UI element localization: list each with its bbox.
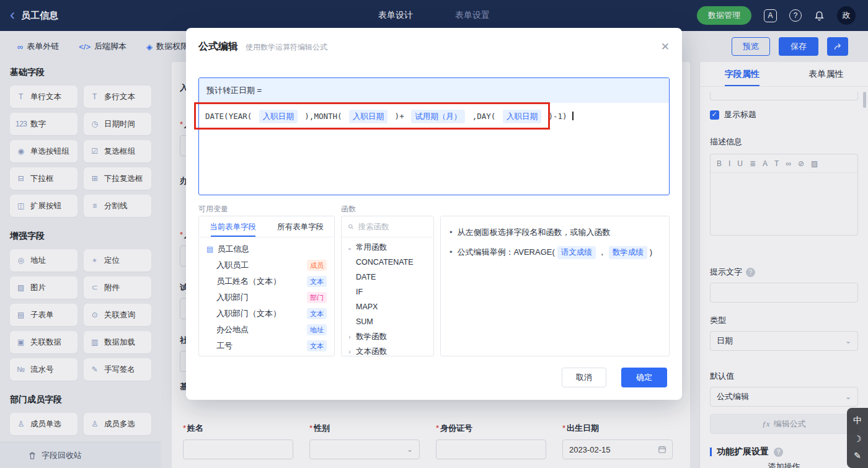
variable-item[interactable]: 入职部门（文本） 文本 xyxy=(199,306,334,322)
variable-item[interactable]: 入职部门 部门 xyxy=(199,289,334,306)
formula-token[interactable]: ),MONTH( xyxy=(304,112,342,121)
formula-token[interactable]: 试用期（月） xyxy=(411,110,465,123)
example-comma: ， xyxy=(598,247,606,257)
function-group: › 文本函数 xyxy=(342,344,433,356)
text-cursor xyxy=(572,112,574,120)
functions-panel: ⌄ 常用函数 CONCATENATE DATE IF MAPX xyxy=(341,216,434,356)
bullet-icon: • xyxy=(450,245,453,258)
close-icon[interactable]: ✕ xyxy=(661,40,670,53)
formula-token[interactable]: DATE(YEAR( xyxy=(205,112,252,121)
search-input[interactable] xyxy=(358,223,427,231)
function-search-row xyxy=(342,216,433,237)
modal-subtitle: 使用数学运算符编辑公式 xyxy=(246,42,327,53)
formula-token[interactable]: 入职日期 xyxy=(349,110,388,123)
function-item[interactable]: DATE xyxy=(342,270,433,285)
modal-footer: 取消 确定 xyxy=(562,368,667,387)
variables-panel: 当前表单字段 所有表单字段 ▤ 员工信息 入职员工 成员 员工姓名（文本） xyxy=(198,216,335,356)
function-item[interactable]: CONCATENATE xyxy=(342,255,433,270)
formula-target: 预计转正日期 = xyxy=(199,78,669,103)
formula-editor: 预计转正日期 = DATE(YEAR( 入职日期 ),MONTH( 入职日期 )… xyxy=(198,77,670,195)
formula-tokens: DATE(YEAR( 入职日期 ),MONTH( 入职日期 )+ 试用期（月） … xyxy=(205,112,572,121)
cancel-button[interactable]: 取消 xyxy=(562,368,606,387)
function-group: › 数学函数 xyxy=(342,329,433,344)
variable-item[interactable]: 入职员工 成员 xyxy=(199,257,334,273)
example-field-pill: 数学成绩 xyxy=(609,246,647,259)
help-line-1: • 从左侧面板选择字段名和函数，或输入函数 xyxy=(450,226,660,239)
document-icon: ▤ xyxy=(206,245,213,254)
variable-type-tag: 文本 xyxy=(307,340,327,351)
variable-type-tag: 部门 xyxy=(307,292,327,303)
variables-list: ▤ 员工信息 入职员工 成员 员工姓名（文本） 文本 入职 xyxy=(199,237,334,356)
modal-header: 公式编辑 使用数学运算符编辑公式 ✕ xyxy=(186,28,682,64)
variable-type-tag: 文本 xyxy=(307,308,327,319)
formula-token[interactable]: )+ xyxy=(395,112,404,121)
bullet-icon: • xyxy=(450,226,453,239)
variables-tab[interactable]: 所有表单字段 xyxy=(267,216,334,237)
variable-name: 入职部门 xyxy=(216,292,249,303)
function-group-header[interactable]: ⌄ 常用函数 xyxy=(342,240,433,255)
handwriting-pen-icon[interactable]: ✎ xyxy=(854,451,861,461)
variable-type-tag: 文本 xyxy=(307,276,327,287)
variable-name: 工号 xyxy=(216,340,232,351)
function-group: ⌄ 常用函数 CONCATENATE DATE IF MAPX xyxy=(342,240,433,329)
function-group-name: 文本函数 xyxy=(356,347,387,357)
ime-language-icon[interactable]: 中 xyxy=(853,415,862,426)
help-text-2: 公式编辑举例：AVERAGE(语文成绩，数学成绩) xyxy=(458,245,653,259)
help-text-1: 从左侧面板选择字段名和函数，或输入函数 xyxy=(458,226,611,239)
form-root-label: 员工信息 xyxy=(217,244,249,255)
variable-name: 入职员工 xyxy=(216,260,249,271)
confirm-button[interactable]: 确定 xyxy=(621,368,667,387)
formula-token[interactable]: 入职日期 xyxy=(259,110,298,123)
chevron-icon: › xyxy=(347,333,353,340)
function-group-header[interactable]: › 数学函数 xyxy=(342,329,433,344)
function-item[interactable]: IF xyxy=(342,285,433,299)
form-root-node[interactable]: ▤ 员工信息 xyxy=(199,241,334,257)
variable-name: 办公地点 xyxy=(216,324,249,335)
function-item[interactable]: SUM xyxy=(342,314,433,329)
function-items: CONCATENATE DATE IF MAPX SUM xyxy=(342,255,433,329)
chevron-icon: › xyxy=(347,348,353,355)
help-line-2: • 公式编辑举例：AVERAGE(语文成绩，数学成绩) xyxy=(450,245,660,259)
function-groups: ⌄ 常用函数 CONCATENATE DATE IF MAPX xyxy=(342,237,433,356)
formula-input-area[interactable]: DATE(YEAR( 入职日期 ),MONTH( 入职日期 )+ 试用期（月） … xyxy=(199,103,669,130)
variable-item[interactable]: 员工姓名（文本） 文本 xyxy=(199,273,334,289)
function-group-name: 数学函数 xyxy=(356,332,387,342)
formula-help-panel: • 从左侧面板选择字段名和函数，或输入函数 • 公式编辑举例：AVERAGE(语… xyxy=(440,216,670,356)
variable-type-tag: 成员 xyxy=(307,260,327,271)
modal-title: 公式编辑 xyxy=(198,40,238,53)
formula-edit-modal: 公式编辑 使用数学运算符编辑公式 ✕ 预计转正日期 = DATE(YEAR( 入… xyxy=(186,28,682,400)
help-example-prefix: 公式编辑举例：AVERAGE( xyxy=(458,247,555,257)
variable-item[interactable]: 办公地点 地址 xyxy=(199,322,334,338)
ime-toolbar: 中 ☽ ✎ xyxy=(847,408,868,468)
variable-item[interactable]: 工号 文本 xyxy=(199,338,334,354)
chevron-icon: ⌄ xyxy=(347,244,353,251)
variables-label: 可用变量 xyxy=(198,204,228,214)
formula-token[interactable]: ,DAY( xyxy=(472,112,496,121)
example-field-pill: 语文成绩 xyxy=(557,246,596,259)
variables-tab[interactable]: 当前表单字段 xyxy=(199,216,267,237)
help-example-suffix: ) xyxy=(650,247,652,257)
search-icon xyxy=(348,223,354,231)
function-group-header[interactable]: › 文本函数 xyxy=(342,344,433,356)
variable-type-tag: 地址 xyxy=(307,324,327,335)
variable-name: 入职部门（文本） xyxy=(216,308,281,319)
variable-rows: 入职员工 成员 员工姓名（文本） 文本 入职部门 部门 入职部门（文本 xyxy=(199,257,334,354)
formula-token[interactable]: 入职日期 xyxy=(503,110,541,123)
variable-name: 员工姓名（文本） xyxy=(216,276,281,287)
functions-label: 函数 xyxy=(341,204,356,214)
formula-token[interactable]: )-1) xyxy=(548,112,567,121)
function-item[interactable]: MAPX xyxy=(342,299,433,314)
dark-mode-icon[interactable]: ☽ xyxy=(854,434,862,444)
function-group-name: 常用函数 xyxy=(356,242,387,253)
variables-tabs: 当前表单字段 所有表单字段 xyxy=(199,216,334,237)
